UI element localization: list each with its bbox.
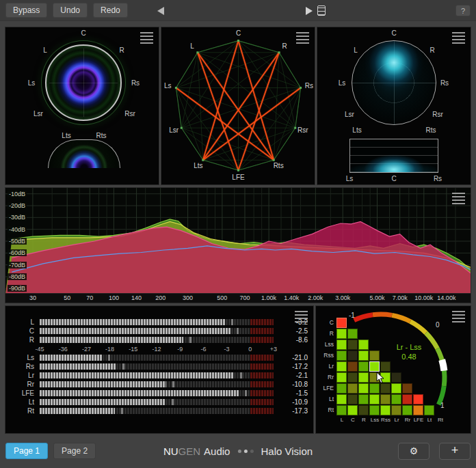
meter-bar — [40, 390, 274, 396]
svg-text:Ls: Ls — [164, 82, 172, 90]
meter-value: -2.1 — [278, 372, 308, 379]
matrix-cell-Lss-L[interactable] — [336, 340, 347, 350]
freq-axis-label: 3.00k — [335, 294, 350, 301]
page2-button[interactable]: Page 2 — [53, 443, 96, 459]
height-scope-display — [48, 139, 120, 168]
matrix-cell-Lt-Rss[interactable] — [380, 394, 391, 404]
matrix-row-label: C — [319, 319, 336, 326]
matrix-cell-LFE-Lss[interactable] — [369, 383, 380, 394]
page1-button[interactable]: Page 1 — [5, 443, 48, 459]
matrix-col-label: Lss — [369, 417, 380, 423]
spectro-label-ls: Ls — [346, 175, 354, 182]
mouse-cursor — [376, 372, 384, 384]
height-spectrogram-display — [349, 139, 438, 173]
matrix-cell-R-C[interactable] — [347, 329, 358, 339]
add-panel-button[interactable]: + — [439, 443, 471, 460]
surround-scope-panel: C L R Ls Rs Lsr Rsr Lts Rts — [5, 27, 159, 185]
redo-button[interactable]: Redo — [93, 3, 128, 18]
panel-menu-icon[interactable] — [295, 311, 308, 322]
matrix-cell-C-L[interactable] — [336, 318, 347, 328]
matrix-cell-Lt-LFE[interactable] — [413, 394, 423, 404]
meter-red-zone — [250, 319, 274, 325]
matrix-cell-Rt-Lt[interactable] — [424, 405, 434, 415]
freq-axis-label: 5.00k — [370, 294, 385, 301]
matrix-cell-Lr-R[interactable] — [358, 361, 369, 372]
matrix-cell-Rr-C[interactable] — [347, 372, 358, 383]
freq-axis-label: 1.00k — [261, 294, 276, 301]
meter-row-Rr: Rr-10.8 — [11, 380, 308, 389]
meter-row-Rt: Rt-17.3 — [11, 407, 308, 415]
matrix-cell-LFE-Rss[interactable] — [380, 383, 391, 394]
meter-fill — [40, 337, 183, 343]
matrix-cell-Rss-R[interactable] — [358, 350, 369, 361]
toolbar: Bypass Undo Redo ? — [0, 0, 476, 21]
matrix-cell-Lt-Lss[interactable] — [369, 394, 380, 404]
meter-value: -17.3 — [278, 407, 308, 415]
matrix-cell-Rt-Lr[interactable] — [391, 405, 401, 415]
matrix-cell-Rt-Lss[interactable] — [369, 405, 380, 415]
matrix-cell-Rt-Rr[interactable] — [402, 405, 412, 415]
level-meters-panel: L-3.2C-2.5R-8.6-45-36-27-18-15-12-9-6-30… — [5, 305, 314, 434]
svg-text:Rsr: Rsr — [298, 126, 308, 134]
svg-text:Lts: Lts — [194, 162, 202, 169]
matrix-col-label: Rt — [435, 417, 446, 423]
settings-button[interactable]: ⚙ — [398, 443, 429, 460]
undo-button[interactable]: Undo — [53, 3, 88, 18]
gauge-zero-label: 0 — [436, 321, 440, 329]
surround-scope-display — [45, 44, 122, 121]
matrix-cell-Lss-R[interactable] — [358, 340, 369, 350]
matrix-cell-Rt-Rss[interactable] — [380, 405, 391, 415]
matrix-cell-Lt-Lr[interactable] — [391, 394, 401, 404]
matrix-cell-LFE-L[interactable] — [336, 383, 347, 394]
matrix-cell-Lt-L[interactable] — [336, 394, 347, 404]
matrix-cell-Lt-Rr[interactable] — [402, 394, 412, 404]
matrix-cell-Lr-L[interactable] — [336, 361, 347, 372]
panel-menu-icon[interactable] — [452, 193, 465, 204]
meter-fill — [40, 319, 225, 325]
play-icon[interactable] — [306, 7, 313, 15]
meter-red-zone — [250, 355, 274, 361]
matrix-cell-LFE-C[interactable] — [347, 383, 358, 394]
svg-text:C: C — [236, 29, 241, 37]
spectro-label-rs: Rs — [434, 175, 442, 182]
svg-text:Lsr: Lsr — [169, 126, 179, 134]
panel-menu-icon[interactable] — [452, 32, 465, 44]
panel-menu-icon[interactable] — [140, 32, 153, 44]
matrix-cell-Rr-L[interactable] — [336, 372, 347, 383]
matrix-cell-Rt-L[interactable] — [336, 405, 347, 415]
panel-menu-icon[interactable] — [296, 32, 309, 44]
matrix-cell-R-L[interactable] — [336, 329, 347, 339]
matrix-cell-Rss-Lss[interactable] — [369, 350, 380, 361]
report-list-icon[interactable] — [317, 5, 326, 16]
matrix-cell-LFE-Lr[interactable] — [391, 383, 401, 394]
matrix-cell-LFE-R[interactable] — [358, 383, 369, 394]
channel-label-l: L — [354, 46, 358, 54]
matrix-cell-Rss-C[interactable] — [347, 350, 358, 361]
help-button[interactable]: ? — [455, 5, 471, 16]
meter-peak — [240, 372, 242, 378]
freq-axis-label: 300 — [183, 294, 193, 301]
matrix-cell-Rt-R[interactable] — [358, 405, 369, 415]
matrix-cell-Lss-C[interactable] — [347, 340, 358, 350]
panel-menu-icon[interactable] — [452, 311, 465, 322]
correlation-matrix-panel: -1 0 1 Lr - Lss 0.48 CRLssRssLrRrLFELtRt… — [315, 305, 471, 434]
channel-label-rsr: Rsr — [124, 110, 135, 118]
bypass-button[interactable]: Bypass — [5, 3, 47, 18]
matrix-cell-LFE-Rr[interactable] — [402, 383, 412, 394]
meter-scale-label: -15 — [129, 346, 137, 353]
matrix-cell-Lr-C[interactable] — [347, 361, 358, 372]
matrix-cell-Rt-C[interactable] — [347, 405, 358, 415]
matrix-cell-Lr-Lss[interactable] — [369, 361, 380, 372]
footer: Page 1 Page 2 NUGEN Audio Halo Vision ⚙ … — [0, 434, 476, 468]
matrix-row: Lt — [319, 394, 446, 404]
matrix-cell-Rt-LFE[interactable] — [413, 405, 423, 415]
meter-fill — [40, 355, 102, 361]
rewind-icon[interactable] — [157, 7, 164, 15]
matrix-cell-Rss-L[interactable] — [336, 350, 347, 361]
meter-scale-label: -9 — [177, 346, 183, 353]
matrix-cell-Lr-Rss[interactable] — [380, 361, 391, 372]
matrix-cell-Lt-R[interactable] — [358, 394, 369, 404]
matrix-cell-Lt-C[interactable] — [347, 394, 358, 404]
matrix-cell-Rr-R[interactable] — [358, 372, 369, 383]
matrix-cell-Rr-Lr[interactable] — [391, 372, 401, 383]
